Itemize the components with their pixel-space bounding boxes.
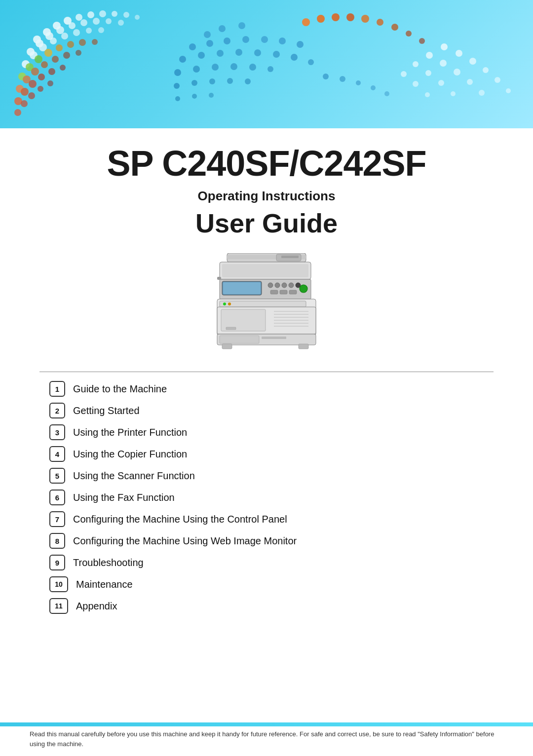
- svg-point-100: [426, 52, 433, 59]
- svg-point-127: [268, 283, 273, 288]
- svg-point-73: [198, 52, 205, 59]
- svg-point-91: [175, 96, 180, 101]
- svg-point-86: [174, 83, 180, 89]
- svg-point-111: [425, 92, 430, 97]
- toc-number: 8: [49, 533, 65, 549]
- svg-point-78: [291, 54, 298, 61]
- svg-point-80: [174, 69, 181, 76]
- toc-label: Using the Fax Function: [73, 492, 175, 503]
- toc-item: 3Using the Printer Function: [49, 424, 484, 440]
- printer-image-area: [39, 253, 494, 352]
- svg-point-71: [297, 41, 304, 48]
- svg-point-56: [302, 18, 310, 26]
- toc-number: 5: [49, 468, 65, 484]
- svg-point-106: [425, 70, 431, 76]
- svg-point-96: [469, 58, 476, 65]
- svg-point-59: [346, 13, 354, 21]
- svg-point-45: [38, 74, 45, 80]
- svg-point-115: [371, 85, 376, 90]
- svg-rect-133: [270, 290, 278, 294]
- svg-point-26: [98, 27, 104, 33]
- svg-point-17: [106, 18, 112, 24]
- svg-point-15: [80, 19, 87, 26]
- svg-point-34: [92, 39, 98, 45]
- svg-point-105: [413, 61, 419, 67]
- svg-point-18: [118, 20, 124, 26]
- svg-point-138: [223, 302, 226, 305]
- svg-point-69: [261, 36, 268, 43]
- svg-rect-135: [289, 290, 297, 294]
- toc-item: 1Guide to the Machine: [49, 381, 484, 397]
- svg-rect-134: [280, 290, 287, 294]
- toc-item: 8Configuring the Machine Using Web Image…: [49, 533, 484, 549]
- toc-number: 3: [49, 424, 65, 440]
- svg-point-92: [192, 94, 197, 99]
- svg-point-6: [99, 10, 106, 17]
- svg-point-75: [235, 49, 242, 56]
- toc-number: 11: [49, 598, 68, 614]
- svg-point-38: [41, 61, 48, 68]
- toc-number: 10: [49, 576, 68, 592]
- svg-point-114: [356, 80, 361, 85]
- svg-point-65: [189, 43, 196, 50]
- svg-point-132: [300, 285, 307, 293]
- svg-point-9: [135, 15, 140, 20]
- svg-point-32: [67, 41, 74, 48]
- bottom-accent-bar: [0, 722, 533, 726]
- toc-label: Guide to the Machine: [73, 383, 167, 395]
- svg-point-50: [28, 92, 35, 99]
- svg-point-109: [401, 71, 407, 77]
- svg-point-97: [483, 67, 489, 73]
- svg-rect-122: [222, 264, 308, 277]
- printer-image: [212, 253, 321, 352]
- toc-number: 7: [49, 511, 65, 527]
- svg-point-76: [254, 49, 261, 56]
- svg-point-101: [440, 60, 447, 67]
- svg-point-33: [79, 39, 86, 46]
- svg-point-31: [56, 44, 63, 51]
- user-guide-label: User Guide: [39, 208, 494, 238]
- svg-point-29: [35, 55, 42, 63]
- svg-rect-126: [223, 282, 261, 294]
- toc-item: 9Troubleshooting: [49, 555, 484, 570]
- svg-point-90: [245, 78, 251, 84]
- svg-point-88: [209, 78, 215, 84]
- toc-number: 4: [49, 446, 65, 462]
- svg-point-62: [391, 24, 398, 31]
- svg-point-70: [279, 38, 286, 44]
- svg-point-68: [242, 36, 249, 43]
- toc-label: Configuring the Machine Using the Contro…: [73, 514, 287, 525]
- svg-point-8: [123, 12, 129, 18]
- toc-label: Using the Printer Function: [73, 427, 187, 438]
- operating-instructions-label: Operating Instructions: [39, 189, 494, 204]
- toc-number: 1: [49, 381, 65, 397]
- svg-point-13: [56, 26, 64, 34]
- svg-point-112: [323, 74, 329, 79]
- svg-point-113: [340, 76, 345, 82]
- svg-point-129: [282, 283, 287, 288]
- svg-point-98: [495, 77, 500, 83]
- svg-point-57: [317, 15, 325, 23]
- svg-point-89: [227, 78, 233, 84]
- svg-point-110: [413, 81, 419, 87]
- svg-point-39: [52, 56, 59, 63]
- toc-item: 2Getting Started: [49, 403, 484, 418]
- svg-rect-120: [281, 256, 299, 258]
- svg-point-66: [206, 40, 213, 47]
- header-banner: [0, 0, 533, 128]
- toc-number: 9: [49, 555, 65, 570]
- svg-point-49: [21, 100, 28, 107]
- svg-point-47: [60, 65, 66, 71]
- svg-point-46: [48, 68, 55, 75]
- svg-point-60: [361, 15, 369, 23]
- toc-label: Troubleshooting: [73, 557, 144, 568]
- svg-point-53: [204, 31, 211, 38]
- toc-label: Using the Scanner Function: [73, 470, 195, 482]
- svg-rect-150: [220, 336, 259, 343]
- svg-point-94: [441, 43, 448, 50]
- svg-point-102: [454, 69, 460, 76]
- toc-item: 6Using the Fax Function: [49, 490, 484, 505]
- toc-number: 2: [49, 403, 65, 418]
- footer-text: Read this manual carefully before you us…: [30, 729, 503, 749]
- svg-point-82: [212, 64, 219, 71]
